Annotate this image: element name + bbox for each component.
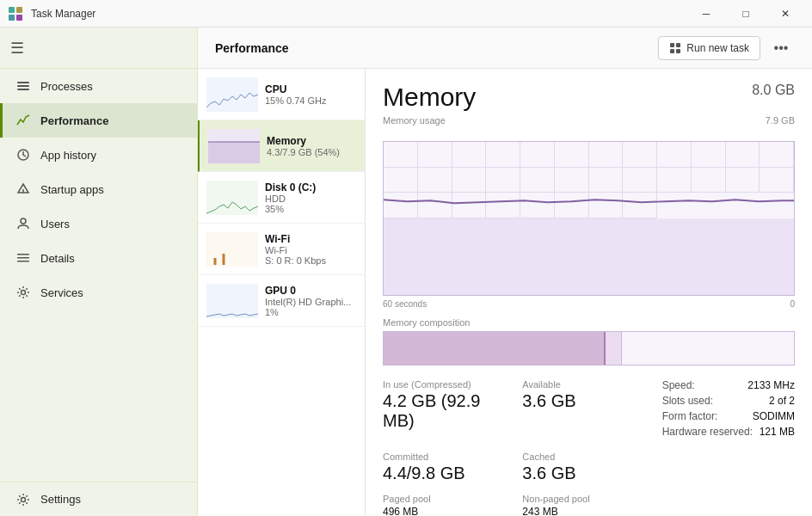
- processes-icon: [16, 79, 30, 93]
- slots-label: Slots used:: [662, 395, 713, 407]
- svg-rect-5: [17, 85, 29, 87]
- device-item-memory[interactable]: Memory 4.3/7.9 GB (54%): [198, 120, 365, 172]
- svg-rect-28: [206, 284, 258, 318]
- device-item-disk[interactable]: Disk 0 (C:) HDD 35%: [198, 172, 365, 224]
- sidebar-header: ☰: [0, 28, 197, 69]
- svg-rect-18: [670, 49, 674, 53]
- run-new-task-button[interactable]: Run new task: [658, 36, 760, 60]
- memory-header: Memory 8.0 GB: [383, 83, 795, 112]
- more-icon: •••: [774, 40, 789, 56]
- sidebar-item-users[interactable]: Users: [0, 206, 197, 241]
- processes-label: Processes: [40, 80, 93, 93]
- sidebar-item-settings[interactable]: Settings: [0, 482, 197, 516]
- sidebar-spacer: [0, 310, 197, 482]
- form-label: Form factor:: [662, 410, 718, 422]
- svg-point-14: [22, 291, 26, 295]
- more-options-button[interactable]: •••: [767, 34, 795, 62]
- disk-name: Disk 0 (C:): [265, 181, 356, 194]
- svg-rect-13: [17, 261, 29, 262]
- gpu-info: GPU 0 Intel(R) HD Graphi... 1%: [265, 285, 356, 317]
- graph-right-label: 0: [790, 299, 795, 309]
- minimize-button[interactable]: ─: [686, 0, 726, 28]
- performance-label: Performance: [40, 114, 108, 127]
- app-history-icon: [16, 148, 30, 162]
- app-icon: [7, 5, 24, 22]
- memory-name: Memory: [267, 135, 356, 147]
- memory-graph-svg: [384, 142, 794, 295]
- sidebar-item-details[interactable]: Details: [0, 241, 197, 275]
- sidebar-item-services[interactable]: Services: [0, 275, 197, 310]
- svg-rect-29: [384, 218, 794, 295]
- device-item-gpu[interactable]: GPU 0 Intel(R) HD Graphi... 1%: [198, 275, 365, 327]
- gpu-sub2: 1%: [265, 307, 356, 317]
- performance-icon: [16, 114, 30, 127]
- content-header: Performance Run new task •••: [198, 28, 812, 69]
- svg-rect-19: [676, 49, 680, 53]
- services-icon: [16, 286, 30, 299]
- memory-mini-chart: [208, 129, 260, 163]
- memory-graph: [383, 141, 795, 296]
- sidebar-item-performance[interactable]: Performance: [0, 103, 197, 138]
- in-use-value: 4.2 GB (92.9 MB): [383, 391, 515, 431]
- maximize-button[interactable]: □: [726, 0, 766, 28]
- wifi-name: Wi-Fi: [265, 233, 356, 245]
- slots-row: Slots used: 2 of 2: [662, 395, 795, 407]
- graph-left-label: 60 seconds: [383, 299, 427, 309]
- window-controls: ─ □ ✕: [686, 0, 805, 28]
- available-value: 3.6 GB: [522, 391, 655, 411]
- device-item-cpu[interactable]: CPU 15% 0.74 GHz: [198, 69, 365, 120]
- composition-label: Memory composition: [383, 317, 795, 328]
- device-item-wifi[interactable]: Wi-Fi Wi-Fi S: 0 R: 0 Kbps: [198, 224, 365, 275]
- paged-label: Paged pool: [383, 494, 515, 504]
- stat-in-use: In use (Compressed) 4.2 GB (92.9 MB): [383, 379, 515, 441]
- stats-bottom: In use (Compressed) 4.2 GB (92.9 MB) Ava…: [383, 379, 795, 516]
- stat-nonpaged: Non-paged pool 243 MB: [522, 494, 655, 516]
- gpu-name: GPU 0: [265, 285, 356, 297]
- settings-label: Settings: [40, 493, 81, 506]
- svg-rect-3: [16, 15, 22, 21]
- speed-value: 2133 MHz: [747, 379, 795, 391]
- memory-info: Memory 4.3/7.9 GB (54%): [267, 135, 356, 157]
- details-label: Details: [40, 252, 75, 265]
- committed-label: Committed: [383, 452, 515, 462]
- gpu-mini-chart: [206, 284, 258, 318]
- svg-rect-16: [670, 43, 674, 47]
- sidebar-item-app-history[interactable]: App history: [0, 138, 197, 172]
- device-list: CPU 15% 0.74 GHz Memory: [198, 69, 366, 516]
- svg-rect-1: [16, 7, 22, 13]
- stats-grid: In use (Compressed) 4.2 GB (92.9 MB) Ava…: [383, 379, 795, 516]
- graph-labels: 60 seconds 0: [383, 299, 795, 309]
- startup-icon: [16, 182, 30, 196]
- users-icon: [16, 217, 30, 230]
- available-label: Available: [522, 379, 655, 390]
- cpu-info: CPU 15% 0.74 GHz: [265, 83, 356, 106]
- details-icon: [16, 251, 30, 265]
- cpu-sub: 15% 0.74 GHz: [265, 95, 356, 106]
- content-body: CPU 15% 0.74 GHz Memory: [198, 69, 812, 516]
- form-value: SODIMM: [753, 410, 795, 422]
- committed-value: 4.4/9.8 GB: [383, 464, 515, 483]
- comp-used: [384, 332, 606, 365]
- memory-sub: 4.3/7.9 GB (54%): [267, 147, 356, 157]
- gpu-sub1: Intel(R) HD Graphi...: [265, 297, 356, 307]
- settings-icon: [16, 493, 30, 507]
- stat-paged: Paged pool 496 MB: [383, 494, 515, 516]
- close-button[interactable]: ✕: [766, 0, 805, 28]
- stat-available: Available 3.6 GB: [522, 379, 655, 441]
- hamburger-icon[interactable]: ☰: [10, 39, 24, 58]
- right-stats-block: Speed: 2133 MHz Slots used: 2 of 2 Form …: [662, 379, 795, 441]
- services-label: Services: [40, 286, 83, 299]
- composition-bar: [383, 331, 795, 366]
- svg-rect-6: [17, 89, 29, 90]
- in-use-label: In use (Compressed): [383, 379, 515, 390]
- sidebar-item-startup-apps[interactable]: Startup apps: [0, 172, 197, 206]
- wifi-mini-chart: [206, 232, 258, 267]
- sidebar-item-processes[interactable]: Processes: [0, 69, 197, 103]
- disk-mini-chart: [206, 181, 258, 215]
- disk-sub2: 35%: [265, 204, 356, 214]
- wifi-sub1: Wi-Fi: [265, 245, 356, 255]
- memory-usage-value: 7.9 GB: [766, 115, 795, 126]
- startup-apps-label: Startup apps: [40, 183, 104, 196]
- main-layout: ☰ Processes Performance App history Star: [0, 28, 812, 516]
- memory-detail-panel: Memory 8.0 GB Memory usage 7.9 GB: [366, 69, 812, 516]
